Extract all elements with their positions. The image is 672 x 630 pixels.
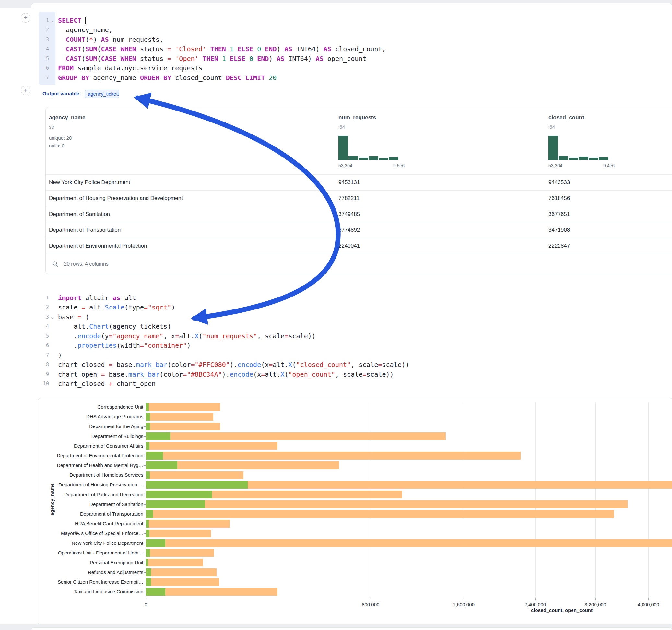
code-token: AS (323, 45, 331, 53)
table-row[interactable]: Department of Housing Preservation and D… (46, 190, 672, 206)
bar-closed-count (146, 500, 628, 508)
table-row[interactable]: Department of Sanitation37494853677651 (46, 206, 672, 222)
code-token: (y (101, 332, 109, 340)
code-line[interactable]: 7GROUP BY agency_name ORDER BY closed_co… (39, 73, 672, 83)
x-axis-tick-label: 3,200,000 (584, 602, 606, 607)
table-row[interactable]: New York City Police Department945313194… (46, 174, 672, 190)
table-row[interactable]: Department of Transportation377489234719… (46, 222, 672, 238)
table-cell: Department of Housing Preservation and D… (49, 195, 183, 201)
code-token: = (261, 370, 265, 378)
code-line[interactable]: 3⌄base = ( (39, 312, 672, 322)
line-number: 5 (39, 333, 49, 339)
code-token: . (58, 342, 77, 349)
code-line[interactable]: 10chart_closed + chart_open (39, 379, 672, 389)
chart-gridline (648, 402, 649, 598)
code-token (58, 45, 66, 53)
chart-gridline (596, 402, 596, 598)
histogram-bar (369, 156, 378, 160)
code-token: = (167, 55, 171, 63)
table-row[interactable]: Department of Environmental Protection22… (46, 238, 672, 254)
y-axis-category-label: Department for the Aging (40, 423, 143, 429)
code-tokens: agency_name, (55, 26, 113, 34)
code-line[interactable]: 4 alt.Chart(agency_tickets) (39, 322, 672, 332)
y-axis-tick (144, 572, 146, 573)
code-token: scale)) (289, 332, 316, 340)
code-token: "#FFC080" (194, 361, 230, 368)
python-code-editor[interactable]: 1import altair as alt2scale = alt.Scale(… (39, 293, 672, 389)
code-line[interactable]: 5 .encode(y="agency_name", x=alt.X("num_… (39, 331, 672, 341)
code-token: ORDER BY (140, 74, 171, 82)
line-number: 2 (39, 27, 49, 33)
y-axis-category-label: Department of Environmental Protection (40, 453, 143, 458)
y-axis-tick (144, 524, 146, 524)
add-cell-button-top[interactable]: + (21, 13, 30, 23)
table-cell: Department of Transportation (49, 227, 121, 233)
table-body: New York City Police Department945313194… (46, 174, 672, 254)
code-token (253, 45, 257, 53)
column-meta: unique: 20 (49, 135, 72, 141)
code-line[interactable]: 5 CAST(SUM(CASE WHEN status = 'Open' THE… (39, 54, 672, 64)
y-axis-tick (144, 456, 146, 456)
y-axis-category-label: Refunds and Adjustments (40, 570, 143, 575)
next-cell-edge (31, 627, 672, 630)
code-token: * (89, 35, 93, 43)
code-line[interactable]: 9chart_open = base.mark_bar(color="#8BC3… (39, 369, 672, 379)
code-line[interactable]: 7) (39, 350, 672, 360)
code-token: altair (81, 294, 113, 302)
code-token: "sqrt" (148, 303, 171, 311)
line-number: 2 (39, 304, 49, 310)
code-token (58, 55, 66, 63)
bar-closed-count (146, 510, 614, 518)
bar-closed-count (146, 471, 243, 479)
code-line[interactable]: 6 .properties(width="container") (39, 341, 672, 350)
code-token: SUM (85, 45, 97, 53)
code-line[interactable]: 1⌄SELECT (39, 16, 672, 25)
histogram-bar (569, 158, 578, 160)
code-token: X (289, 361, 292, 368)
code-token: base. (113, 361, 136, 368)
search-icon[interactable] (52, 261, 59, 267)
python-cell[interactable]: 1import altair as alt2scale = alt.Scale(… (39, 292, 672, 391)
line-number: 3 (39, 314, 49, 320)
column-histogram (549, 136, 608, 160)
code-token: CAST (66, 55, 81, 63)
x-axis-tick-label: 800,000 (362, 602, 379, 607)
code-token: = (269, 361, 273, 368)
code-token: Chart (89, 322, 109, 330)
code-token: ( (97, 45, 101, 53)
code-line[interactable]: 2 agency_name, (39, 25, 672, 35)
code-token: mark_bar (128, 370, 160, 378)
code-token: ( (284, 370, 288, 378)
code-line[interactable]: 1import altair as alt (39, 293, 672, 303)
bar-open-count (146, 413, 150, 421)
code-token (234, 45, 238, 53)
line-number: 4 (39, 323, 49, 329)
collapse-chevron-icon[interactable]: ⌄ (49, 314, 55, 319)
add-cell-button-output[interactable]: + (21, 86, 30, 95)
code-token: , scale (351, 361, 378, 368)
bar-open-count (146, 461, 177, 469)
bar-closed-count (146, 422, 220, 430)
code-line[interactable]: 8chart_closed = base.mark_bar(color="#FF… (39, 360, 672, 370)
column-type: i64 (338, 124, 345, 130)
x-axis-tick-label: 2,400,000 (524, 602, 546, 607)
collapse-chevron-icon[interactable]: ⌄ (49, 18, 55, 23)
bar-closed-count (146, 549, 214, 557)
code-tokens: scale = alt.Scale(type="sqrt") (55, 303, 175, 311)
code-line[interactable]: 6FROM sample_data.nyc.service_requests (39, 64, 672, 73)
sql-code-editor[interactable]: 1⌄SELECT 2 agency_name,3 COUNT(*) AS num… (39, 16, 672, 83)
code-token: ELSE (238, 45, 253, 53)
bar-open-count (146, 578, 151, 586)
code-line[interactable]: 2scale = alt.Scale(type="sqrt") (39, 303, 672, 312)
code-token: ( (81, 55, 85, 63)
code-token: "closed_count" (296, 361, 351, 368)
code-line[interactable]: 4 CAST(SUM(CASE WHEN status = 'Closed' T… (39, 44, 672, 54)
table-cell: 9453131 (338, 179, 360, 186)
x-axis-tick (146, 598, 146, 600)
y-axis-tick (144, 504, 146, 505)
sql-cell[interactable]: 1⌄SELECT 2 agency_name,3 COUNT(*) AS num… (39, 12, 672, 85)
code-line[interactable]: 3 COUNT(*) AS num_requests, (39, 35, 672, 44)
code-token (265, 74, 269, 82)
y-axis-category-label: Senior Citizen Rent Increase Exempti… (40, 579, 143, 585)
output-variable-chip[interactable]: agency_tickets (85, 90, 119, 98)
